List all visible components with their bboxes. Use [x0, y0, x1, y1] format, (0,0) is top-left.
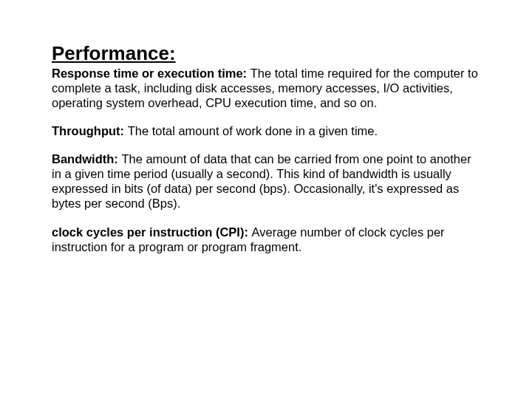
definition-throughput: Throughput: The total amount of work don…: [52, 123, 480, 138]
body-throughput: The total amount of work done in a given…: [128, 124, 378, 137]
term-cpi: clock cycles per instruction (CPI):: [52, 225, 252, 239]
term-response-time: Response time or execution time:: [52, 66, 250, 80]
definition-cpi: clock cycles per instruction (CPI): Aver…: [52, 225, 480, 254]
definition-response-time: Response time or execution time: The tot…: [52, 66, 480, 110]
page-title: Performance:: [52, 43, 480, 64]
term-throughput: Throughput:: [52, 124, 128, 137]
slide: Performance: Response time or execution …: [0, 0, 532, 399]
term-bandwidth: Bandwidth:: [52, 152, 121, 166]
definition-bandwidth: Bandwidth: The amount of data that can b…: [52, 151, 480, 211]
